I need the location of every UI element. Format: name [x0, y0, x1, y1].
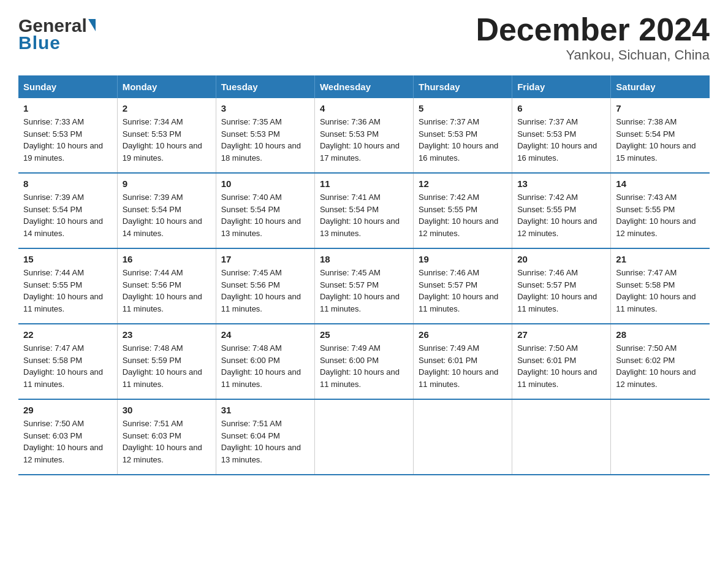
day-number: 24 — [221, 329, 309, 340]
day-number: 4 — [320, 103, 408, 113]
day-info: Sunrise: 7:50 AM Sunset: 6:03 PM Dayligh… — [23, 418, 112, 465]
day-info: Sunrise: 7:49 AM Sunset: 6:00 PM Dayligh… — [320, 342, 408, 390]
calendar-cell — [314, 399, 413, 475]
day-info: Sunrise: 7:33 AM Sunset: 5:53 PM Dayligh… — [23, 116, 112, 164]
day-number: 21 — [616, 254, 705, 264]
day-info: Sunrise: 7:44 AM Sunset: 5:56 PM Dayligh… — [123, 267, 211, 315]
calendar-cell: 15 Sunrise: 7:44 AM Sunset: 5:55 PM Dayl… — [18, 248, 117, 324]
header-thursday: Thursday — [414, 75, 512, 98]
day-info: Sunrise: 7:42 AM Sunset: 5:55 PM Dayligh… — [419, 191, 507, 239]
weekday-header-row: Sunday Monday Tuesday Wednesday Thursday… — [18, 75, 710, 98]
day-number: 16 — [123, 254, 211, 264]
day-number: 22 — [23, 329, 112, 340]
day-info: Sunrise: 7:37 AM Sunset: 5:53 PM Dayligh… — [517, 116, 605, 164]
day-number: 14 — [616, 178, 705, 189]
day-number: 13 — [517, 178, 605, 189]
header-wednesday: Wednesday — [314, 75, 413, 98]
calendar-cell: 9 Sunrise: 7:39 AM Sunset: 5:54 PM Dayli… — [117, 173, 216, 248]
calendar-cell: 10 Sunrise: 7:40 AM Sunset: 5:54 PM Dayl… — [216, 173, 314, 248]
logo-blue-text: Blue — [18, 33, 61, 53]
calendar-cell: 23 Sunrise: 7:48 AM Sunset: 5:59 PM Dayl… — [117, 324, 216, 399]
calendar-cell: 26 Sunrise: 7:49 AM Sunset: 6:01 PM Dayl… — [414, 324, 512, 399]
calendar-cell: 4 Sunrise: 7:36 AM Sunset: 5:53 PM Dayli… — [314, 98, 413, 173]
day-number: 1 — [23, 103, 112, 113]
day-number: 11 — [320, 178, 408, 189]
calendar-cell: 11 Sunrise: 7:41 AM Sunset: 5:54 PM Dayl… — [314, 173, 413, 248]
day-number: 2 — [123, 103, 211, 113]
header-monday: Monday — [117, 75, 216, 98]
header-sunday: Sunday — [18, 75, 117, 98]
day-number: 20 — [517, 254, 605, 264]
day-info: Sunrise: 7:45 AM Sunset: 5:56 PM Dayligh… — [221, 267, 309, 315]
day-number: 10 — [221, 178, 309, 189]
calendar-week-5: 29 Sunrise: 7:50 AM Sunset: 6:03 PM Dayl… — [18, 399, 710, 475]
calendar-cell: 13 Sunrise: 7:42 AM Sunset: 5:55 PM Dayl… — [512, 173, 611, 248]
calendar-cell: 14 Sunrise: 7:43 AM Sunset: 5:55 PM Dayl… — [611, 173, 710, 248]
calendar-cell: 17 Sunrise: 7:45 AM Sunset: 5:56 PM Dayl… — [216, 248, 314, 324]
calendar-table: Sunday Monday Tuesday Wednesday Thursday… — [18, 75, 710, 475]
day-number: 18 — [320, 254, 408, 264]
calendar-cell: 12 Sunrise: 7:42 AM Sunset: 5:55 PM Dayl… — [414, 173, 512, 248]
day-info: Sunrise: 7:51 AM Sunset: 6:04 PM Dayligh… — [221, 418, 309, 465]
calendar-cell: 22 Sunrise: 7:47 AM Sunset: 5:58 PM Dayl… — [18, 324, 117, 399]
day-info: Sunrise: 7:44 AM Sunset: 5:55 PM Dayligh… — [23, 267, 112, 315]
calendar-cell — [512, 399, 611, 475]
calendar-cell: 8 Sunrise: 7:39 AM Sunset: 5:54 PM Dayli… — [18, 173, 117, 248]
day-number: 30 — [123, 405, 211, 415]
day-number: 17 — [221, 254, 309, 264]
page-subtitle: Yankou, Sichuan, China — [476, 47, 710, 63]
calendar-cell: 19 Sunrise: 7:46 AM Sunset: 5:57 PM Dayl… — [414, 248, 512, 324]
calendar-cell: 6 Sunrise: 7:37 AM Sunset: 5:53 PM Dayli… — [512, 98, 611, 173]
calendar-cell: 29 Sunrise: 7:50 AM Sunset: 6:03 PM Dayl… — [18, 399, 117, 475]
day-info: Sunrise: 7:50 AM Sunset: 6:01 PM Dayligh… — [517, 342, 605, 390]
day-number: 26 — [419, 329, 507, 340]
calendar-cell: 21 Sunrise: 7:47 AM Sunset: 5:58 PM Dayl… — [611, 248, 710, 324]
day-number: 9 — [123, 178, 211, 189]
day-info: Sunrise: 7:39 AM Sunset: 5:54 PM Dayligh… — [123, 191, 211, 239]
calendar-cell: 30 Sunrise: 7:51 AM Sunset: 6:03 PM Dayl… — [117, 399, 216, 475]
day-number: 8 — [23, 178, 112, 189]
calendar-cell: 18 Sunrise: 7:45 AM Sunset: 5:57 PM Dayl… — [314, 248, 413, 324]
day-info: Sunrise: 7:51 AM Sunset: 6:03 PM Dayligh… — [123, 418, 211, 465]
day-number: 5 — [419, 103, 507, 113]
day-info: Sunrise: 7:47 AM Sunset: 5:58 PM Dayligh… — [616, 267, 705, 315]
calendar-cell: 3 Sunrise: 7:35 AM Sunset: 5:53 PM Dayli… — [216, 98, 314, 173]
day-number: 6 — [517, 103, 605, 113]
day-info: Sunrise: 7:43 AM Sunset: 5:55 PM Dayligh… — [616, 191, 705, 239]
logo-triangle-icon — [88, 19, 96, 31]
day-info: Sunrise: 7:40 AM Sunset: 5:54 PM Dayligh… — [221, 191, 309, 239]
header-tuesday: Tuesday — [216, 75, 314, 98]
calendar-week-4: 22 Sunrise: 7:47 AM Sunset: 5:58 PM Dayl… — [18, 324, 710, 399]
day-info: Sunrise: 7:50 AM Sunset: 6:02 PM Dayligh… — [616, 342, 705, 390]
calendar-cell — [414, 399, 512, 475]
day-info: Sunrise: 7:42 AM Sunset: 5:55 PM Dayligh… — [517, 191, 605, 239]
page-title: December 2024 — [476, 12, 710, 47]
day-number: 23 — [123, 329, 211, 340]
day-info: Sunrise: 7:45 AM Sunset: 5:57 PM Dayligh… — [320, 267, 408, 315]
day-number: 7 — [616, 103, 705, 113]
day-info: Sunrise: 7:46 AM Sunset: 5:57 PM Dayligh… — [517, 267, 605, 315]
day-number: 3 — [221, 103, 309, 113]
day-info: Sunrise: 7:48 AM Sunset: 5:59 PM Dayligh… — [123, 342, 211, 390]
day-number: 25 — [320, 329, 408, 340]
header-friday: Friday — [512, 75, 611, 98]
day-info: Sunrise: 7:39 AM Sunset: 5:54 PM Dayligh… — [23, 191, 112, 239]
day-number: 27 — [517, 329, 605, 340]
day-info: Sunrise: 7:46 AM Sunset: 5:57 PM Dayligh… — [419, 267, 507, 315]
day-info: Sunrise: 7:49 AM Sunset: 6:01 PM Dayligh… — [419, 342, 507, 390]
logo: General Blue — [18, 12, 96, 53]
calendar-cell: 2 Sunrise: 7:34 AM Sunset: 5:53 PM Dayli… — [117, 98, 216, 173]
day-info: Sunrise: 7:41 AM Sunset: 5:54 PM Dayligh… — [320, 191, 408, 239]
day-info: Sunrise: 7:48 AM Sunset: 6:00 PM Dayligh… — [221, 342, 309, 390]
calendar-cell: 5 Sunrise: 7:37 AM Sunset: 5:53 PM Dayli… — [414, 98, 512, 173]
calendar-cell: 31 Sunrise: 7:51 AM Sunset: 6:04 PM Dayl… — [216, 399, 314, 475]
day-number: 28 — [616, 329, 705, 340]
day-number: 31 — [221, 405, 309, 415]
calendar-cell: 1 Sunrise: 7:33 AM Sunset: 5:53 PM Dayli… — [18, 98, 117, 173]
page-header: General Blue December 2024 Yankou, Sichu… — [18, 12, 710, 63]
title-block: December 2024 Yankou, Sichuan, China — [476, 12, 710, 63]
day-number: 12 — [419, 178, 507, 189]
day-info: Sunrise: 7:37 AM Sunset: 5:53 PM Dayligh… — [419, 116, 507, 164]
calendar-cell: 20 Sunrise: 7:46 AM Sunset: 5:57 PM Dayl… — [512, 248, 611, 324]
day-info: Sunrise: 7:38 AM Sunset: 5:54 PM Dayligh… — [616, 116, 705, 164]
